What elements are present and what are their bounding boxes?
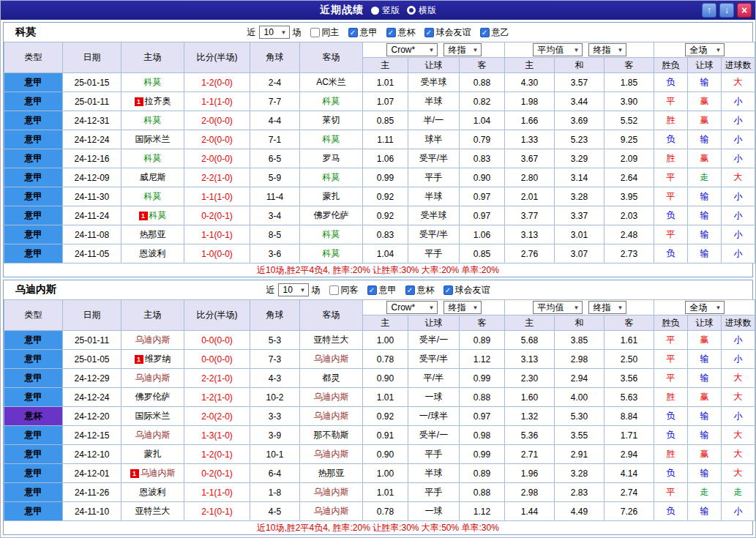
team-link[interactable]: 乌迪内斯 <box>314 354 349 364</box>
league-type-cell: 意甲 <box>4 502 63 521</box>
filter-checkbox[interactable]: ✓意杯 <box>405 284 435 296</box>
bookmaker-select[interactable]: Crow*▼ <box>386 301 438 314</box>
team-link[interactable]: 国际米兰 <box>135 411 171 421</box>
team-link[interactable]: 科莫 <box>144 153 162 163</box>
team-link[interactable]: 科莫 <box>323 248 340 258</box>
odds-mode-select[interactable]: 终指▼ <box>444 301 482 314</box>
filter-checkbox[interactable]: ✓意杯 <box>386 26 416 39</box>
team-link[interactable]: AC米兰 <box>316 77 346 87</box>
titlebar: 近期战绩 竖版 横版 ↑ ↓ × <box>1 1 755 20</box>
goals-result-cell: 大 <box>722 73 755 92</box>
team-link[interactable]: 科莫 <box>149 210 167 220</box>
team-link[interactable]: 亚特兰大 <box>314 335 349 345</box>
dropdown-arrow-icon: ▼ <box>300 287 306 294</box>
scope-select[interactable]: 全场▼ <box>685 43 725 56</box>
score-cell: 0-2(0-1) <box>184 464 250 483</box>
layout-option-horizontal[interactable]: 横版 <box>407 4 436 17</box>
filter-checkbox[interactable]: 同主 <box>310 26 340 39</box>
result-cell: 平 <box>654 92 688 111</box>
filter-checkbox[interactable]: ✓意乙 <box>480 26 509 39</box>
team-link[interactable]: 佛罗伦萨 <box>135 392 171 402</box>
team-link[interactable]: 乌迪内斯 <box>314 392 349 402</box>
team-link[interactable]: 科莫 <box>323 96 340 106</box>
layout-option-vertical[interactable]: 竖版 <box>371 4 400 17</box>
home-team-cell: 威尼斯 <box>121 168 184 187</box>
match-count-select[interactable]: 10▼ <box>278 283 309 296</box>
filter-checkbox[interactable]: 同客 <box>329 284 359 296</box>
filter-checkbox[interactable]: ✓球会友谊 <box>444 284 490 296</box>
team-link[interactable]: 科莫 <box>144 77 162 87</box>
scope-selects: 全场▼ <box>654 43 755 56</box>
team-link[interactable]: 科莫 <box>323 229 340 239</box>
filter-checkbox[interactable]: ✓意甲 <box>348 26 378 39</box>
handicap-cell: 半/一 <box>408 111 460 130</box>
scroll-up-button[interactable]: ↑ <box>702 3 716 18</box>
team-link[interactable]: 佛罗伦萨 <box>314 210 349 220</box>
radio-label: 竖版 <box>382 4 400 17</box>
column-header: 比分(半场) <box>184 300 250 331</box>
league-type-cell: 意甲 <box>4 445 63 464</box>
bookmaker-select[interactable]: Crow*▼ <box>386 43 438 56</box>
score-cell: 1-2(0-1) <box>184 445 250 464</box>
result-cell: 负 <box>654 130 688 149</box>
avg-away-cell: 2.03 <box>605 206 654 225</box>
avg-home-cell: 5.36 <box>505 426 555 445</box>
match-count-select[interactable]: 10▼ <box>259 26 290 39</box>
average-select[interactable]: 平均值▼ <box>533 301 583 314</box>
team-link[interactable]: 乌迪内斯 <box>314 487 349 497</box>
team-link[interactable]: 科莫 <box>144 115 162 125</box>
team-link[interactable]: 蒙扎 <box>144 449 162 459</box>
team-link[interactable]: 乌迪内斯 <box>135 373 171 383</box>
home-odds-cell: 0.90 <box>363 369 408 388</box>
handicap-result-cell: 输 <box>688 187 722 206</box>
team-link[interactable]: 恩波利 <box>140 248 166 258</box>
column-header: 角球 <box>250 42 300 73</box>
league-type-cell: 意甲 <box>4 73 63 92</box>
team-link[interactable]: 维罗纳 <box>145 354 171 364</box>
average-select[interactable]: 平均值▼ <box>533 43 583 56</box>
filter-checkbox[interactable]: ✓球会友谊 <box>424 26 471 39</box>
home-odds-cell: 1.04 <box>363 244 408 264</box>
team-link[interactable]: 乌迪内斯 <box>141 468 176 478</box>
team-link[interactable]: 都灵 <box>323 373 340 383</box>
scope-select[interactable]: 全场▼ <box>685 301 725 314</box>
team-link[interactable]: 国际米兰 <box>135 134 171 144</box>
team-link[interactable]: 科莫 <box>144 191 162 201</box>
team-link[interactable]: 罗马 <box>323 153 340 163</box>
home-odds-cell: 1.11 <box>363 130 408 149</box>
team-link[interactable]: 恩波利 <box>140 487 166 497</box>
team-link[interactable]: 乌迪内斯 <box>314 449 349 459</box>
score-cell: 0-2(0-1) <box>184 206 250 225</box>
avg-draw-cell: 3.69 <box>555 111 605 130</box>
team-link[interactable]: 乌迪内斯 <box>314 411 349 421</box>
match-row: 意甲24-11-08热那亚1-1(0-1)8-5科莫0.83受平/半1.063.… <box>4 225 755 244</box>
home-odds-cell: 1.01 <box>363 73 408 92</box>
avg-mode-select[interactable]: 终指▼ <box>588 43 626 56</box>
team-link[interactable]: 乌迪内斯 <box>135 430 171 440</box>
average-group-header: 平均值▼终指▼ <box>505 42 654 58</box>
scroll-down-button[interactable]: ↓ <box>719 3 734 18</box>
games-label: 场 <box>293 26 302 39</box>
team-link[interactable]: 那不勒斯 <box>314 430 349 440</box>
team-link[interactable]: 热那亚 <box>318 468 345 478</box>
team-link[interactable]: 科莫 <box>323 172 340 182</box>
team-link[interactable]: 科莫 <box>323 134 340 144</box>
team-link[interactable]: 热那亚 <box>140 229 166 239</box>
odds-mode-select[interactable]: 终指▼ <box>444 43 482 56</box>
filter-checkbox[interactable]: ✓意甲 <box>367 284 397 296</box>
team-link[interactable]: 莱切 <box>323 115 340 125</box>
team-link[interactable]: 乌迪内斯 <box>135 335 171 345</box>
home-team-cell: 热那亚 <box>121 225 184 244</box>
team-link[interactable]: 拉齐奥 <box>145 96 171 106</box>
close-button[interactable]: × <box>737 3 752 18</box>
team-link[interactable]: 亚特兰大 <box>135 506 171 516</box>
column-header: 客场 <box>300 42 363 73</box>
team-link[interactable]: 乌迪内斯 <box>314 506 349 516</box>
team-link[interactable]: 蒙扎 <box>323 191 340 201</box>
team-link[interactable]: 威尼斯 <box>140 172 166 182</box>
column-header: 客 <box>460 315 505 331</box>
home-team-cell: 恩波利 <box>121 483 184 502</box>
league-type-cell: 意甲 <box>4 168 63 187</box>
avg-mode-select[interactable]: 终指▼ <box>588 301 626 314</box>
avg-away-cell: 9.25 <box>605 130 654 149</box>
